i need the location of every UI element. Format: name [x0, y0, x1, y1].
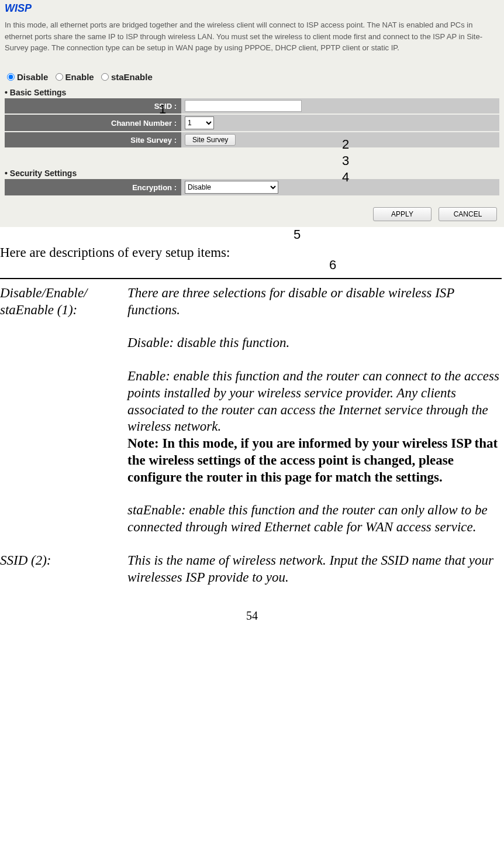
survey-label: Site Survey :: [5, 132, 181, 147]
channel-select[interactable]: 1: [185, 116, 214, 129]
mode-radio-group: Disable Enable staEnable: [5, 71, 499, 83]
ssid-label: SSID :: [5, 98, 181, 114]
intro-text: Here are descriptions of every setup ite…: [0, 245, 502, 262]
annotation-6: 6: [329, 257, 336, 273]
annotation-4: 4: [342, 170, 349, 185]
basic-settings-heading: Basic Settings: [5, 88, 499, 97]
staenable-radio-label: staEnable: [111, 72, 153, 82]
page-number: 54: [0, 609, 504, 623]
row1-p3: Enable: enable this function and the rou…: [127, 368, 502, 435]
channel-row: Channel Number : 1: [5, 115, 499, 131]
encryption-select[interactable]: Disable: [185, 181, 278, 194]
survey-row: Site Survey : Site Survey: [5, 132, 499, 147]
description-row-2: SSID (2): This is the name of wireless n…: [0, 552, 502, 586]
encryption-label: Encryption :: [5, 179, 181, 195]
annotation-1: 1: [159, 102, 166, 117]
wisp-title: WISP: [5, 2, 499, 15]
row1-p1: There are three selections for disable o…: [127, 285, 502, 319]
row1-p4: staEnable: enable this function and the …: [127, 502, 502, 536]
ssid-row: SSID :: [5, 98, 499, 114]
enable-radio[interactable]: [56, 73, 63, 81]
cancel-button[interactable]: CANCEL: [439, 207, 497, 221]
button-row: APPLY CANCEL: [5, 207, 499, 221]
row1-note: Note: In this mode, if you are informed …: [127, 435, 502, 486]
enable-radio-label: Enable: [65, 72, 94, 82]
apply-button[interactable]: APPLY: [373, 207, 431, 221]
row1-body: There are three selections for disable o…: [127, 285, 502, 536]
staenable-radio[interactable]: [101, 73, 109, 81]
row2-label: SSID (2):: [0, 552, 127, 586]
document-body: Here are descriptions of every setup ite…: [0, 245, 504, 586]
ssid-input[interactable]: [185, 100, 302, 112]
annotation-3: 3: [342, 153, 349, 169]
row1-label: Disable/Enable/ staEnable (1):: [0, 285, 127, 536]
description-row-1: Disable/Enable/ staEnable (1): There are…: [0, 278, 502, 536]
disable-radio-label: Disable: [17, 72, 48, 82]
channel-label: Channel Number :: [5, 115, 181, 131]
row2-body: This is the name of wireless network. In…: [127, 552, 502, 586]
annotation-5: 5: [294, 227, 301, 242]
site-survey-button[interactable]: Site Survey: [185, 134, 236, 146]
security-settings-heading: Security Settings: [5, 169, 499, 178]
row2-text: This is the name of wireless network. In…: [127, 552, 502, 586]
encryption-row: Encryption : Disable: [5, 179, 499, 195]
row1-p2: Disable: disable this function.: [127, 335, 502, 352]
annotation-2: 2: [342, 137, 349, 152]
router-config-screenshot: WISP In this mode, all ethernet ports ar…: [0, 0, 504, 227]
disable-radio[interactable]: [7, 73, 15, 81]
wisp-description: In this mode, all ethernet ports are bri…: [5, 19, 499, 54]
